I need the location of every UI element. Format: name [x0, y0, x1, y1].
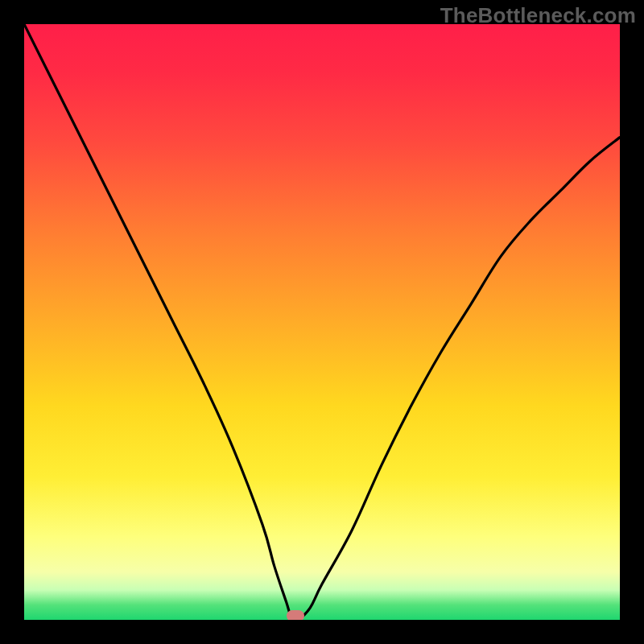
plot-area — [24, 24, 620, 620]
bottleneck-curve — [24, 24, 620, 620]
chart-frame: TheBottleneck.com — [0, 0, 644, 644]
curve-svg — [24, 24, 620, 620]
optimal-marker — [287, 610, 304, 620]
watermark-text: TheBottleneck.com — [440, 3, 636, 28]
